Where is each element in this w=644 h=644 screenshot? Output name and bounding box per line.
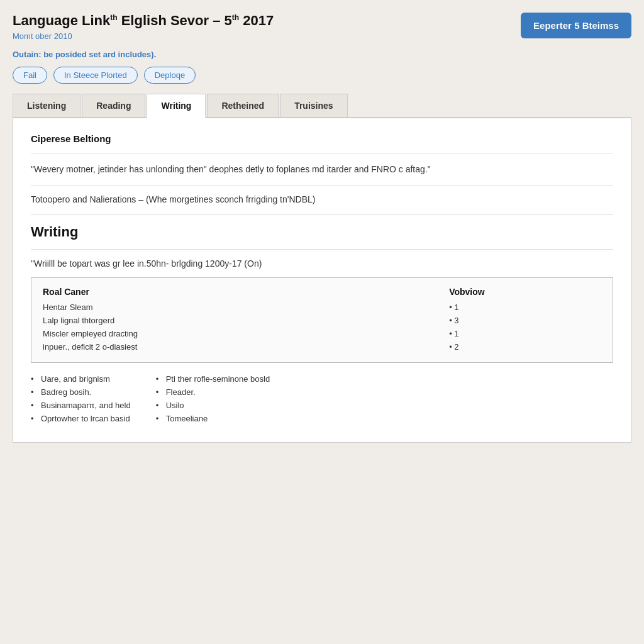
list-item: Fleader.	[156, 387, 270, 397]
register-button[interactable]: Eeperter 5 Bteimss	[521, 13, 631, 38]
quote-text: "Wevery motner, jetinder has unlonding t…	[31, 162, 613, 176]
divider1	[31, 153, 613, 153]
badge-item[interactable]: Deploqe	[144, 67, 196, 84]
table-row: Hentar Sleam• 1	[43, 301, 601, 314]
table-cell-col1: Miscler empleyed dracting	[43, 327, 449, 340]
bullet-cols: Uare, and brignismBadreg bosih.Businamap…	[31, 374, 613, 427]
table-cell-col2: • 2	[449, 340, 601, 353]
content-panel: Ciperese Beltiong "Wevery motner, jetind…	[13, 118, 631, 443]
list-item: Pti ther rofle-seminone bosld	[156, 374, 270, 384]
divider2	[31, 185, 613, 186]
table-cell-col1: inpuer., deficit 2 o-diasiest	[43, 340, 449, 353]
table-cell-col2: • 3	[449, 314, 601, 327]
outline-line: Outain: be posided set ard includes).	[13, 50, 631, 59]
badge-item[interactable]: In Steece Plorted	[53, 67, 138, 84]
page-title: Language Linkth Elglish Sevor – 5th 2017	[13, 13, 274, 29]
tab-truisines[interactable]: Truisines	[280, 94, 347, 117]
section1-title: Ciperese Beltiong	[31, 133, 613, 144]
table-cell-col2: • 1	[449, 301, 601, 314]
col1-header: Roal Caner	[43, 287, 449, 301]
list-item: Tomeeliane	[156, 414, 270, 423]
col2-header: Vobviow	[449, 287, 601, 301]
list-item: Usilo	[156, 401, 270, 410]
tab-writing[interactable]: Writing	[147, 94, 206, 118]
badge-row: FailIn Steece PlortedDeploqe	[13, 67, 631, 84]
sub-line: Totoopero and Nalierations – (Whe morget…	[31, 194, 613, 204]
table-row: inpuer., deficit 2 o-diasiest• 2	[43, 340, 601, 353]
outline-text: be posided set ard includes).	[43, 50, 156, 59]
list-item: Businamaparπ, and held	[31, 401, 131, 410]
inner-table: Roal Caner Vobviow Hentar Sleam• 1Lalp l…	[43, 287, 601, 353]
page-header: Language Linkth Elglish Sevor – 5th 2017…	[13, 13, 631, 41]
page-subtitle: Momt ober 2010	[13, 31, 274, 41]
tab-retheined[interactable]: Retheined	[207, 94, 279, 117]
tab-bar: ListeningReadingWritingRetheinedTruisine…	[13, 94, 631, 118]
list-item: Badreg bosih.	[31, 387, 131, 397]
title-block: Language Linkth Elglish Sevor – 5th 2017…	[13, 13, 274, 41]
outline-label: Outain:	[13, 50, 42, 59]
bullet-col-left: Uare, and brignismBadreg bosih.Businamap…	[31, 374, 131, 427]
table-cell-col1: Hentar Sleam	[43, 301, 449, 314]
bullet-col-right: Pti ther rofle-seminone bosldFleader.Usi…	[156, 374, 270, 427]
table-row: Miscler empleyed dracting• 1	[43, 327, 601, 340]
list-item: Oprtowher to lrcan basid	[31, 414, 131, 423]
writing-desc: "Wriilll be topart was gr lee in.50hn- b…	[31, 258, 613, 269]
divider4	[31, 249, 613, 250]
inner-box: Roal Caner Vobviow Hentar Sleam• 1Lalp l…	[31, 277, 613, 363]
tab-listening[interactable]: Listening	[13, 94, 80, 117]
badge-item[interactable]: Fail	[13, 67, 47, 84]
tab-reading[interactable]: Reading	[82, 94, 145, 117]
table-cell-col1: Lalp lignal thtorgerd	[43, 314, 449, 327]
divider3	[31, 214, 613, 215]
list-item: Uare, and brignism	[31, 374, 131, 384]
table-row: Lalp lignal thtorgerd• 3	[43, 314, 601, 327]
writing-heading: Writing	[31, 224, 613, 240]
table-cell-col2: • 1	[449, 327, 601, 340]
